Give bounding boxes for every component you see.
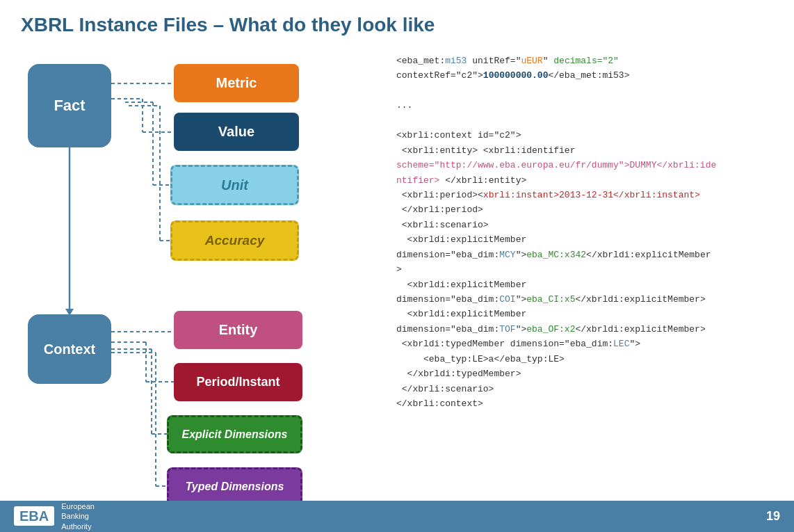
context-box: Context	[28, 314, 111, 384]
diagram-area: Fact Context Metric Value Unit Accuracy …	[21, 50, 773, 495]
accuracy-box: Accuracy	[170, 220, 299, 261]
code-line-12: <xbrli:scenario>	[396, 218, 773, 232]
eba-logo: EBA	[14, 506, 54, 526]
code-line-24: </xbrli:context>	[396, 396, 773, 411]
code-line-11: </xbrli:period>	[396, 202, 773, 217]
page-title: XBRL Instance Files – What do they look …	[21, 14, 773, 36]
code-line-14: dimension="eba_dim:MCY">eba_MC:x342</xbr…	[396, 248, 773, 262]
code-line-2: contextRef="c2">100000000.00</eba_met:mi…	[396, 68, 773, 83]
code-line-5	[396, 113, 773, 128]
code-line-6: <xbrli:context id="c2">	[396, 128, 773, 143]
code-line-23: </xbrli:scenario>	[396, 382, 773, 396]
code-line-4: ...	[396, 98, 773, 113]
code-line-8: scheme="http://www.eba.europa.eu/fr/dumm…	[396, 158, 773, 172]
footer-org-text: European Banking Authority	[61, 501, 95, 531]
explicit-dimensions-box: Explicit Dimensions	[167, 415, 302, 453]
metric-box: Metric	[174, 64, 299, 102]
typed-dimensions-box: Typed Dimensions	[167, 467, 302, 506]
code-line-18: <xbrldi:explicitMember	[396, 307, 773, 321]
period-box: Period/Instant	[174, 363, 302, 401]
code-line-15: >	[396, 262, 773, 277]
code-line-3	[396, 83, 773, 98]
footer-left: EBA European Banking Authority	[14, 501, 95, 531]
code-line-9: ntifier> </xbrli:entity>	[396, 173, 773, 188]
footer: EBA European Banking Authority 19	[0, 501, 794, 532]
code-line-16: <xbrldi:explicitMember	[396, 277, 773, 292]
left-panel: Fact Context Metric Value Unit Accuracy …	[21, 50, 382, 495]
code-line-19: dimension="eba_dim:TOF">eba_OF:x2</xbrld…	[396, 322, 773, 337]
code-line-22: </xbrldi:typedMember>	[396, 366, 773, 381]
unit-box: Unit	[170, 165, 299, 205]
code-line-10: <xbrli:period><xbrli:instant>2013-12-31<…	[396, 188, 773, 202]
code-line-1: <eba_met:mi53 unitRef="uEUR" decimals="2…	[396, 54, 773, 68]
code-line-7: <xbrli:entity> <xbrli:identifier	[396, 143, 773, 158]
fact-box: Fact	[28, 64, 111, 147]
footer-page-number: 19	[766, 509, 780, 524]
code-line-13: <xbrldi:explicitMember	[396, 232, 773, 247]
code-line-17: dimension="eba_dim:COI">eba_CI:x5</xbrld…	[396, 292, 773, 307]
code-block: <eba_met:mi53 unitRef="uEUR" decimals="2…	[396, 54, 773, 412]
entity-box: Entity	[174, 311, 302, 349]
code-line-20: <xbrldi:typedMember dimension="eba_dim:L…	[396, 337, 773, 351]
right-panel: <eba_met:mi53 unitRef="uEUR" decimals="2…	[382, 50, 773, 495]
code-line-21: <eba_typ:LE>a</eba_typ:LE>	[396, 352, 773, 366]
main-content: XBRL Instance Files – What do they look …	[0, 0, 794, 501]
value-box: Value	[174, 113, 299, 151]
